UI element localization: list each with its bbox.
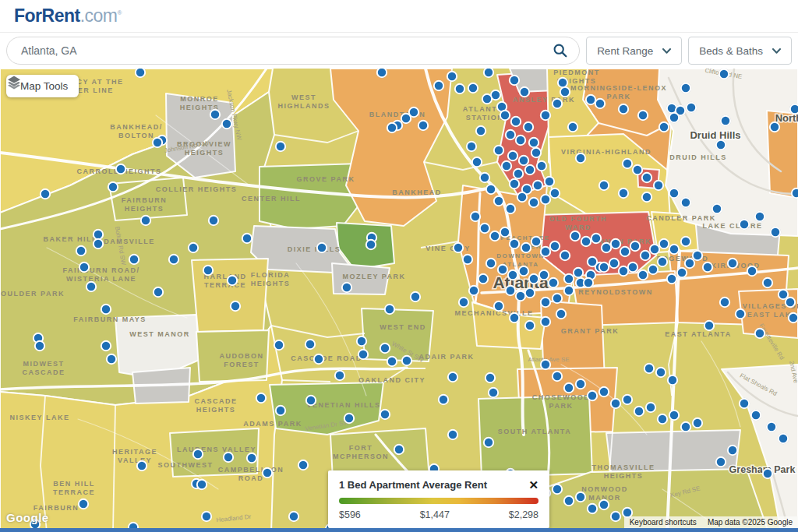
property-marker[interactable] — [770, 227, 781, 238]
property-marker[interactable] — [583, 277, 594, 288]
close-icon[interactable]: ✕ — [528, 479, 538, 491]
property-marker[interactable] — [192, 449, 203, 460]
property-marker[interactable] — [223, 452, 234, 463]
property-marker[interactable] — [316, 242, 327, 253]
property-marker[interactable] — [727, 445, 738, 456]
property-marker[interactable] — [556, 308, 567, 319]
property-marker[interactable] — [715, 139, 726, 150]
property-marker[interactable] — [262, 467, 273, 478]
property-marker[interactable] — [509, 238, 520, 249]
property-marker[interactable] — [560, 250, 570, 261]
property-marker[interactable] — [649, 244, 660, 255]
property-marker[interactable] — [680, 83, 691, 93]
property-marker[interactable] — [509, 75, 520, 86]
property-marker[interactable] — [769, 122, 780, 132]
property-marker[interactable] — [739, 398, 750, 409]
property-marker[interactable] — [78, 499, 89, 509]
property-marker[interactable] — [136, 460, 147, 471]
property-marker[interactable] — [101, 304, 111, 315]
property-marker[interactable] — [510, 116, 521, 127]
property-marker[interactable] — [488, 387, 499, 398]
property-marker[interactable] — [485, 372, 496, 383]
property-marker[interactable] — [598, 499, 609, 510]
property-marker[interactable] — [196, 479, 207, 490]
google-watermark[interactable]: Google — [6, 511, 49, 524]
property-marker[interactable] — [468, 83, 478, 93]
property-marker[interactable] — [305, 395, 316, 406]
property-marker[interactable] — [478, 273, 489, 284]
property-marker[interactable] — [653, 180, 664, 191]
property-marker[interactable] — [486, 258, 496, 269]
property-marker[interactable] — [210, 109, 221, 120]
beds-baths-dropdown[interactable]: Beds & Baths — [688, 37, 792, 65]
property-marker[interactable] — [531, 236, 542, 247]
property-marker[interactable] — [570, 231, 581, 241]
property-marker[interactable] — [524, 287, 535, 298]
property-marker[interactable] — [528, 197, 539, 208]
property-marker[interactable] — [750, 410, 761, 421]
property-marker[interactable] — [575, 491, 586, 502]
property-marker[interactable] — [334, 370, 345, 381]
property-marker[interactable] — [341, 282, 352, 293]
keyboard-shortcuts-link[interactable]: Keyboard shortcuts — [624, 516, 702, 528]
property-marker[interactable] — [505, 203, 516, 214]
property-marker[interactable] — [536, 160, 547, 171]
property-marker[interactable] — [140, 215, 151, 226]
property-marker[interactable] — [645, 402, 656, 413]
property-marker[interactable] — [152, 137, 163, 148]
property-marker[interactable] — [540, 316, 551, 327]
property-marker[interactable] — [669, 188, 680, 199]
property-marker[interactable] — [587, 503, 598, 514]
property-marker[interactable] — [528, 273, 539, 284]
property-marker[interactable] — [669, 244, 680, 255]
property-marker[interactable] — [754, 328, 765, 339]
property-marker[interactable] — [680, 236, 691, 247]
property-marker[interactable] — [313, 354, 324, 365]
property-marker[interactable] — [575, 153, 586, 164]
property-marker[interactable] — [115, 164, 126, 174]
property-marker[interactable] — [458, 297, 469, 308]
property-marker[interactable] — [230, 301, 241, 312]
property-marker[interactable] — [666, 273, 677, 284]
property-marker[interactable] — [246, 453, 257, 463]
property-marker[interactable] — [509, 178, 520, 189]
property-marker[interactable] — [93, 238, 104, 249]
search-icon[interactable] — [553, 43, 568, 58]
property-marker[interactable] — [475, 125, 486, 136]
property-marker[interactable] — [384, 304, 395, 315]
property-marker[interactable] — [622, 394, 633, 405]
property-marker[interactable] — [540, 194, 551, 205]
property-marker[interactable] — [168, 254, 179, 265]
property-marker[interactable] — [528, 137, 539, 148]
region-south-atlanta-green[interactable] — [478, 396, 592, 477]
property-marker[interactable] — [500, 227, 510, 238]
property-marker[interactable] — [595, 98, 606, 109]
property-marker[interactable] — [655, 367, 666, 378]
property-marker[interactable] — [507, 150, 518, 161]
property-marker[interactable] — [531, 147, 542, 158]
property-marker[interactable] — [524, 320, 535, 331]
property-marker[interactable] — [657, 414, 668, 425]
property-marker[interactable] — [591, 233, 602, 244]
property-marker[interactable] — [637, 110, 648, 121]
property-marker[interactable] — [462, 254, 473, 265]
property-marker[interactable] — [715, 456, 726, 467]
property-marker[interactable] — [387, 122, 397, 133]
property-marker[interactable] — [680, 421, 691, 432]
property-marker[interactable] — [532, 180, 543, 191]
property-marker[interactable] — [208, 215, 219, 226]
property-marker[interactable] — [483, 437, 494, 448]
property-marker[interactable] — [227, 275, 238, 286]
property-marker[interactable] — [704, 320, 715, 331]
property-marker[interactable] — [659, 238, 669, 249]
property-marker[interactable] — [581, 236, 591, 247]
property-marker[interactable] — [410, 291, 421, 302]
property-marker[interactable] — [380, 343, 390, 354]
property-marker[interactable] — [667, 375, 678, 386]
property-marker[interactable] — [274, 340, 284, 351]
property-marker[interactable] — [739, 219, 750, 230]
property-marker[interactable] — [686, 102, 697, 113]
property-marker[interactable] — [129, 254, 139, 265]
property-marker[interactable] — [540, 246, 551, 257]
property-marker[interactable] — [518, 155, 529, 166]
